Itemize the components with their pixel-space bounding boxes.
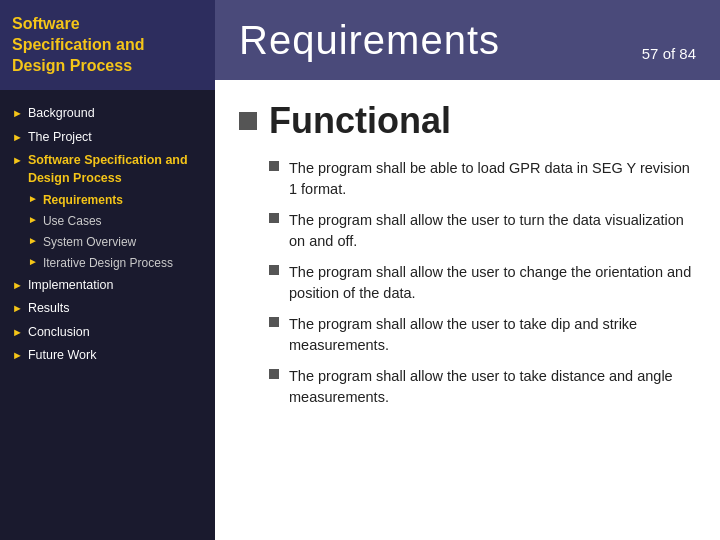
bullet-icon — [269, 369, 279, 379]
arrow-icon: ► — [12, 153, 23, 168]
arrow-icon: ► — [12, 130, 23, 145]
slide-number: 57 of 84 — [642, 45, 696, 64]
arrow-icon: ► — [12, 348, 23, 363]
sidebar-item-software-spec[interactable]: ► Software Specification and Design Proc… — [0, 149, 215, 190]
sidebar: Software Specification and Design Proces… — [0, 0, 215, 540]
sidebar-item-label: Use Cases — [43, 213, 102, 230]
sidebar-item-background[interactable]: ► Background — [0, 102, 215, 126]
sidebar-item-label: Background — [28, 105, 95, 123]
list-item: The program shall allow the user to turn… — [269, 210, 696, 252]
bullet-icon — [269, 213, 279, 223]
functional-bullets: The program shall be able to load GPR da… — [269, 158, 696, 408]
list-item: The program shall allow the user to take… — [269, 314, 696, 356]
list-item: The program shall be able to load GPR da… — [269, 158, 696, 200]
main-content-area: Requirements 57 of 84 Functional The pro… — [215, 0, 720, 540]
sidebar-item-results[interactable]: ► Results — [0, 297, 215, 321]
arrow-icon: ► — [12, 301, 23, 316]
bullet-text: The program shall allow the user to turn… — [289, 210, 696, 252]
bullet-icon — [269, 161, 279, 171]
bullet-text: The program shall be able to load GPR da… — [289, 158, 696, 200]
sidebar-item-label: System Overview — [43, 234, 136, 251]
bullet-icon — [269, 317, 279, 327]
bullet-text: The program shall allow the user to chan… — [289, 262, 696, 304]
main-body: Functional The program shall be able to … — [215, 80, 720, 540]
section-header: Functional — [239, 100, 696, 142]
sidebar-item-the-project[interactable]: ► The Project — [0, 126, 215, 150]
sidebar-item-future-work[interactable]: ► Future Work — [0, 344, 215, 368]
sidebar-item-label: Iterative Design Process — [43, 255, 173, 272]
main-header: Requirements 57 of 84 — [215, 0, 720, 80]
sidebar-item-use-cases[interactable]: ► Use Cases — [0, 211, 215, 232]
sidebar-item-label: Future Work — [28, 347, 97, 365]
list-item: The program shall allow the user to chan… — [269, 262, 696, 304]
sidebar-item-label: Results — [28, 300, 70, 318]
arrow-icon: ► — [12, 325, 23, 340]
bullet-text: The program shall allow the user to take… — [289, 366, 696, 408]
sidebar-item-iterative-design[interactable]: ► Iterative Design Process — [0, 253, 215, 274]
bullet-text: The program shall allow the user to take… — [289, 314, 696, 356]
sidebar-item-system-overview[interactable]: ► System Overview — [0, 232, 215, 253]
arrow-icon: ► — [28, 213, 38, 227]
sidebar-item-label: Software Specification and Design Proces… — [28, 152, 203, 187]
sidebar-item-label: The Project — [28, 129, 92, 147]
sidebar-item-implementation[interactable]: ► Implementation — [0, 274, 215, 298]
arrow-icon: ► — [28, 192, 38, 206]
section-bullet-icon — [239, 112, 257, 130]
sidebar-item-requirements[interactable]: ► Requirements — [0, 190, 215, 211]
list-item: The program shall allow the user to take… — [269, 366, 696, 408]
sidebar-title: Software Specification and Design Proces… — [12, 14, 144, 76]
sidebar-nav: ► Background ► The Project ► Software Sp… — [0, 90, 215, 540]
page-title: Requirements — [239, 18, 500, 63]
sidebar-item-label: Requirements — [43, 192, 123, 209]
sidebar-item-conclusion[interactable]: ► Conclusion — [0, 321, 215, 345]
sidebar-item-label: Implementation — [28, 277, 113, 295]
arrow-icon: ► — [28, 234, 38, 248]
section-title: Functional — [269, 100, 451, 142]
bullet-icon — [269, 265, 279, 275]
sidebar-item-label: Conclusion — [28, 324, 90, 342]
arrow-icon: ► — [28, 255, 38, 269]
sidebar-header: Software Specification and Design Proces… — [0, 0, 215, 90]
arrow-icon: ► — [12, 278, 23, 293]
arrow-icon: ► — [12, 106, 23, 121]
